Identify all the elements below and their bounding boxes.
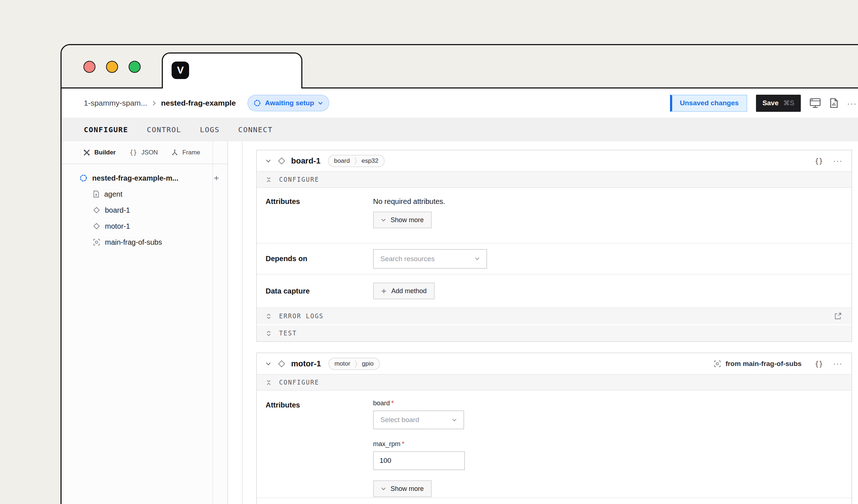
view-tab-frame[interactable]: Frame — [172, 149, 200, 156]
configure-section-label: CONFIGURE — [279, 379, 319, 386]
maximize-window-button[interactable] — [129, 61, 141, 73]
from-fragment-indicator: from main-frag-of-subs — [714, 360, 802, 368]
plus-icon — [381, 288, 387, 294]
expand-vertical-icon[interactable] — [266, 331, 271, 336]
breadcrumb-current-machine: nested-frag-example — [161, 99, 236, 107]
collapse-card-chevron-icon[interactable] — [266, 362, 271, 366]
machine-report-document-icon[interactable] — [830, 98, 838, 108]
tag-gpio: gpio — [362, 360, 373, 367]
board-select-placeholder: Select board — [380, 416, 419, 424]
view-tab-builder-label: Builder — [94, 149, 116, 156]
collapse-card-chevron-icon[interactable] — [266, 159, 271, 163]
tab-configure[interactable]: CONFIGURE — [84, 125, 128, 134]
machine-spinner-icon — [79, 174, 87, 182]
close-window-button[interactable] — [83, 61, 95, 73]
tree-item-main-frag-of-subs[interactable]: main-frag-of-subs — [62, 234, 227, 250]
board-1-configure-section-bar[interactable]: CONFIGURE — [257, 172, 851, 188]
configure-body: Builder {} JSON Frame — [62, 141, 858, 504]
show-more-label: Show more — [391, 216, 424, 224]
depends-on-placeholder: Search resources — [380, 255, 435, 263]
resources-sidebar: Builder {} JSON Frame — [62, 141, 228, 504]
view-tab-json[interactable]: {} JSON — [130, 149, 158, 156]
breadcrumb-parent[interactable]: 1-spammy-spam... — [84, 99, 147, 107]
tree-item-main-frag-of-subs-label: main-frag-of-subs — [105, 238, 162, 247]
max-rpm-input[interactable] — [373, 451, 465, 470]
board-field-label-text: board — [373, 399, 390, 407]
minimize-window-button[interactable] — [106, 61, 118, 73]
error-logs-section-label: ERROR LOGS — [279, 312, 324, 320]
machine-setup-monitor-icon[interactable] — [810, 98, 821, 108]
content-divider — [242, 141, 243, 504]
browser-tab[interactable]: V — [162, 52, 302, 88]
test-section-label: TEST — [279, 330, 297, 337]
motor-1-card-title: motor-1 — [291, 359, 321, 369]
card-more-menu-icon[interactable]: ··· — [833, 157, 843, 165]
view-tab-frame-label: Frame — [182, 149, 200, 156]
tree-item-motor-1[interactable]: motor-1 — [62, 218, 227, 234]
add-resource-button[interactable]: + — [213, 174, 220, 182]
chevron-down-icon — [381, 487, 386, 491]
board-1-attributes-row: Attributes No required attributes. Show … — [257, 188, 851, 244]
browser-window: V 1-spammy-spam... nested-frag-example A… — [60, 44, 858, 504]
component-diamond-icon — [278, 360, 286, 368]
board-1-type-tags: board esp32 — [328, 155, 385, 167]
frame-axes-icon — [172, 149, 178, 155]
board-1-test-section-bar[interactable]: TEST — [257, 325, 851, 341]
tab-control[interactable]: CONTROL — [147, 125, 181, 134]
board-1-card: board-1 board esp32 {} ··· CONF — [256, 150, 852, 342]
tree-item-machine-part-label: nested-frag-example-m... — [92, 174, 179, 182]
tag-motor: motor — [334, 360, 350, 367]
save-shortcut-hint: ⌘S — [783, 99, 794, 107]
board-1-header-actions: {} ··· — [815, 157, 843, 165]
from-fragment-label: from main-frag-of-subs — [725, 360, 802, 368]
tab-connect[interactable]: CONNECT — [238, 125, 273, 134]
add-method-button[interactable]: Add method — [373, 283, 435, 299]
card-more-menu-icon[interactable]: ··· — [833, 359, 843, 368]
tab-logs[interactable]: LOGS — [200, 125, 220, 134]
code-braces-icon[interactable]: {} — [815, 360, 823, 368]
view-tab-builder[interactable]: Builder — [83, 149, 116, 156]
motor-1-next-row-cut — [257, 498, 851, 504]
required-asterisk: * — [391, 399, 394, 407]
attributes-fields: board* Select board max_rpm* — [373, 391, 465, 497]
unsaved-changes-indicator[interactable]: Unsaved changes — [670, 95, 747, 112]
awaiting-setup-spinner-icon — [254, 99, 261, 107]
expand-vertical-icon[interactable] — [266, 314, 271, 319]
tree-item-board-1[interactable]: board-1 — [62, 202, 227, 218]
motor-1-type-tags: motor gpio — [328, 358, 380, 370]
attributes-label: Attributes — [266, 188, 373, 243]
board-1-card-header: board-1 board esp32 {} ··· — [257, 150, 851, 172]
machine-status-badge[interactable]: Awaiting setup — [247, 95, 329, 111]
view-tab-json-label: JSON — [141, 149, 158, 156]
collapse-vertical-icon[interactable] — [266, 380, 271, 385]
tree-item-agent[interactable]: agent — [62, 186, 227, 202]
desktop-background: V 1-spammy-spam... nested-frag-example A… — [0, 0, 858, 504]
motor-1-header-actions: from main-frag-of-subs {} ··· — [714, 359, 843, 368]
resource-tree: nested-frag-example-m... + agent board — [62, 164, 227, 250]
tag-esp32: esp32 — [361, 157, 378, 165]
max-rpm-field-label-text: max_rpm — [373, 440, 400, 448]
tree-item-machine-part[interactable]: nested-frag-example-m... + — [62, 170, 227, 186]
status-badge-label: Awaiting setup — [265, 99, 314, 107]
builder-tools-icon — [83, 149, 90, 156]
show-more-button[interactable]: Show more — [373, 480, 432, 497]
show-more-button[interactable]: Show more — [373, 212, 432, 228]
window-chrome: V — [62, 45, 858, 88]
open-logs-external-link-icon[interactable] — [834, 312, 842, 320]
save-button[interactable]: Save ⌘S — [756, 95, 801, 112]
tag-separator-icon — [354, 157, 357, 165]
sidebar-view-switcher: Builder {} JSON Frame — [62, 141, 227, 164]
show-more-label: Show more — [391, 485, 424, 493]
board-1-error-logs-section-bar[interactable]: ERROR LOGS — [257, 308, 851, 324]
motor-1-configure-section-bar[interactable]: CONFIGURE — [257, 375, 851, 391]
fragment-icon — [93, 239, 100, 246]
no-required-attributes-text: No required attributes. — [373, 197, 445, 206]
collapse-vertical-icon[interactable] — [266, 177, 271, 182]
tag-board: board — [334, 157, 350, 165]
depends-on-select[interactable]: Search resources — [373, 249, 487, 269]
fragment-icon — [714, 360, 721, 367]
viam-logo-letter: V — [177, 64, 184, 76]
board-select[interactable]: Select board — [373, 410, 464, 429]
header-more-menu-icon[interactable]: ··· — [847, 99, 857, 107]
code-braces-icon[interactable]: {} — [815, 157, 823, 165]
